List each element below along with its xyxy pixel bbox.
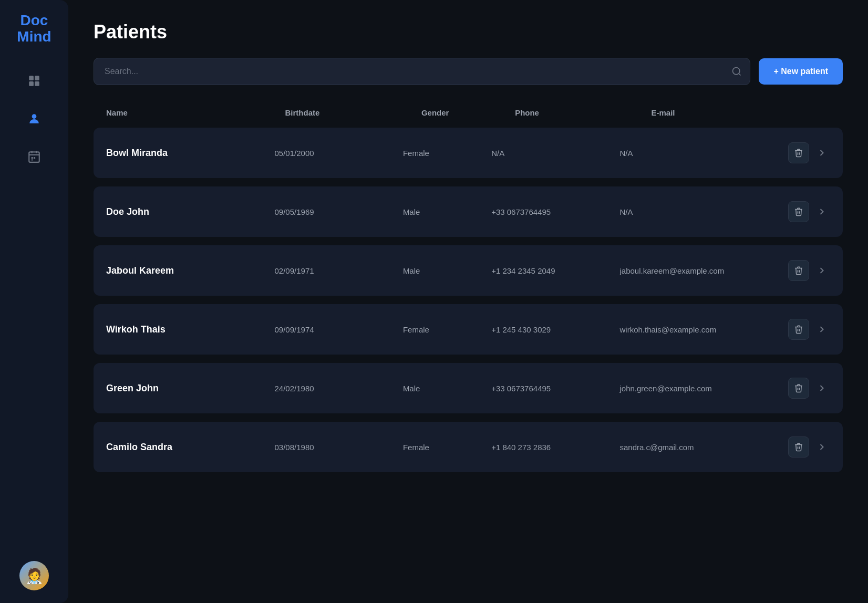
patient-name: Bowl Miranda	[106, 148, 266, 159]
patient-gender: Female	[403, 443, 483, 452]
patient-actions	[788, 201, 830, 222]
patient-gender: Female	[403, 325, 483, 334]
svg-rect-0	[29, 76, 34, 80]
patient-gender: Male	[403, 266, 483, 275]
patient-birthdate: 24/02/1980	[275, 384, 395, 393]
patient-gender: Male	[403, 384, 483, 393]
navigate-patient-button[interactable]	[813, 144, 830, 161]
page-title: Patients	[94, 21, 843, 43]
delete-patient-button[interactable]	[788, 260, 809, 281]
patient-email: N/A	[620, 207, 780, 216]
patient-phone: +1 840 273 2836	[491, 443, 611, 452]
patient-phone: +1 234 2345 2049	[491, 266, 611, 275]
patient-phone: +33 0673764495	[491, 384, 611, 393]
user-avatar[interactable]: 🧑‍⚕️	[19, 561, 49, 590]
table-row[interactable]: Doe John 09/05/1969 Male +33 0673764495 …	[94, 186, 843, 237]
delete-patient-button[interactable]	[788, 142, 809, 163]
navigate-patient-button[interactable]	[813, 262, 830, 279]
delete-patient-button[interactable]	[788, 436, 809, 458]
col-header-gender: Gender	[421, 108, 507, 117]
svg-rect-2	[29, 81, 34, 86]
patient-actions	[788, 378, 830, 399]
svg-point-4	[32, 114, 37, 119]
table-header: Name Birthdate Gender Phone E-mail	[94, 102, 843, 123]
patient-email: john.green@example.com	[620, 384, 780, 393]
toolbar: + New patient	[94, 58, 843, 85]
new-patient-button[interactable]: + New patient	[759, 58, 843, 85]
table-row[interactable]: Camilo Sandra 03/08/1980 Female +1 840 2…	[94, 422, 843, 472]
sidebar-item-dashboard[interactable]	[24, 70, 45, 91]
table-row[interactable]: Bowl Miranda 05/01/2000 Female N/A N/A	[94, 128, 843, 178]
delete-patient-button[interactable]	[788, 201, 809, 222]
patient-phone: N/A	[491, 149, 611, 158]
patient-name: Jaboul Kareem	[106, 265, 266, 276]
svg-rect-10	[34, 157, 35, 159]
patient-birthdate: 03/08/1980	[275, 443, 395, 452]
table-row[interactable]: Jaboul Kareem 02/09/1971 Male +1 234 234…	[94, 245, 843, 296]
navigate-patient-button[interactable]	[813, 380, 830, 397]
patient-email: jaboul.kareem@example.com	[620, 266, 780, 275]
logo-text: DocMind	[17, 13, 51, 45]
svg-line-13	[739, 74, 741, 76]
patient-email: N/A	[620, 149, 780, 158]
patient-name: Doe John	[106, 206, 266, 217]
svg-point-12	[733, 68, 740, 75]
patient-actions	[788, 436, 830, 458]
patient-actions	[788, 319, 830, 340]
patient-email: wirkoh.thais@example.com	[620, 325, 780, 334]
navigate-patient-button[interactable]	[813, 203, 830, 220]
patient-gender: Male	[403, 207, 483, 216]
app-logo: DocMind	[17, 13, 51, 45]
col-header-birthdate: Birthdate	[285, 108, 413, 117]
patient-birthdate: 09/05/1969	[275, 207, 395, 216]
patient-name: Green John	[106, 383, 266, 394]
delete-patient-button[interactable]	[788, 319, 809, 340]
svg-rect-11	[32, 159, 33, 160]
sidebar: DocMind	[0, 0, 68, 603]
sidebar-nav	[24, 70, 45, 561]
delete-patient-button[interactable]	[788, 378, 809, 399]
col-header-name: Name	[106, 108, 277, 117]
patient-actions	[788, 260, 830, 281]
navigate-patient-button[interactable]	[813, 439, 830, 455]
patient-list: Bowl Miranda 05/01/2000 Female N/A N/A	[94, 128, 843, 472]
patient-actions	[788, 142, 830, 163]
col-header-email: E-mail	[652, 108, 822, 117]
table-row[interactable]: Green John 24/02/1980 Male +33 067376449…	[94, 363, 843, 413]
col-header-phone: Phone	[515, 108, 643, 117]
patient-email: sandra.c@gmail.com	[620, 443, 780, 452]
svg-rect-1	[35, 76, 39, 80]
patient-name: Wirkoh Thais	[106, 324, 266, 335]
svg-rect-9	[32, 157, 33, 159]
table-row[interactable]: Wirkoh Thais 09/09/1974 Female +1 245 43…	[94, 304, 843, 355]
search-button[interactable]	[731, 66, 742, 77]
search-input[interactable]	[94, 58, 750, 85]
sidebar-item-calendar[interactable]	[24, 146, 45, 167]
patient-phone: +1 245 430 3029	[491, 325, 611, 334]
patient-gender: Female	[403, 149, 483, 158]
svg-rect-3	[35, 81, 39, 86]
patient-birthdate: 09/09/1974	[275, 325, 395, 334]
patient-birthdate: 05/01/2000	[275, 149, 395, 158]
search-wrapper	[94, 58, 750, 85]
main-content: Patients + New patient Name Birthdate Ge…	[68, 0, 868, 603]
patient-phone: +33 0673764495	[491, 207, 611, 216]
sidebar-item-patients[interactable]	[24, 108, 45, 129]
patient-birthdate: 02/09/1971	[275, 266, 395, 275]
patient-name: Camilo Sandra	[106, 442, 266, 453]
navigate-patient-button[interactable]	[813, 321, 830, 338]
